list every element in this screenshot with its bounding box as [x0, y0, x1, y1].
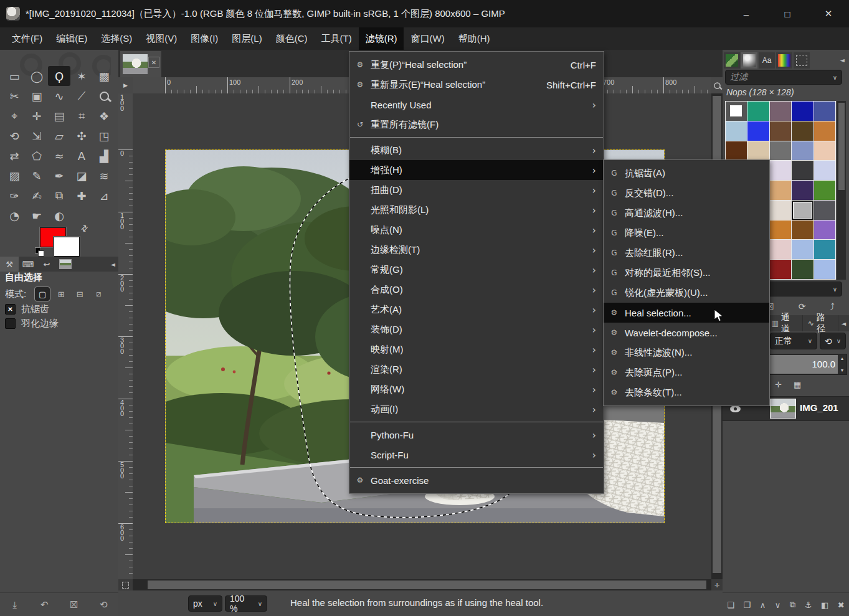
tool-perspective-clone-icon[interactable]: ⊿ [93, 186, 115, 206]
tool-handle-transform-icon[interactable]: ✣ [70, 126, 93, 146]
tool-gradient-icon[interactable]: ▨ [3, 166, 26, 186]
delete-layer-button[interactable]: ✖ [838, 600, 845, 610]
tool-align-icon[interactable]: ▤ [48, 106, 70, 126]
pattern-filter-input[interactable]: 过滤 ∨ [725, 70, 842, 85]
save-tool-preset-button[interactable]: ⤓ [7, 599, 23, 610]
pattern-swatch[interactable] [814, 102, 835, 121]
undo-history-tab[interactable]: ↩ [37, 257, 56, 272]
restore-tool-preset-button[interactable]: ↶ [36, 599, 52, 610]
tool-rotate-icon[interactable]: ⟲ [3, 126, 26, 146]
lock-position-icon[interactable]: ✛ [775, 380, 782, 389]
menu-item[interactable]: G去除红眼(R)... [604, 243, 769, 263]
tool-options-tab[interactable]: ⚒ [0, 257, 19, 272]
pattern-swatch[interactable] [814, 260, 835, 279]
tool-free-select-icon[interactable]: Ϙ [48, 66, 70, 86]
lock-alpha-icon[interactable]: ▦ [794, 380, 801, 389]
new-layer-group-button[interactable]: ❐ [744, 600, 751, 610]
tool-measure-icon[interactable]: ⌖ [3, 106, 26, 126]
menubar-item[interactable]: 选择(S) [94, 27, 139, 50]
layer-mask-button[interactable]: ◧ [821, 600, 828, 610]
pattern-swatch[interactable] [792, 141, 813, 161]
mode-replace[interactable]: ▢ [35, 287, 50, 301]
pattern-swatch[interactable] [770, 121, 791, 141]
pattern-swatch[interactable] [726, 121, 747, 141]
pattern-swatch[interactable] [726, 102, 747, 121]
zoom-follow-window-button[interactable] [711, 77, 723, 93]
tool-pencil-icon[interactable]: ✎ [26, 166, 48, 186]
menu-item[interactable]: ⚙非线性滤波(N)... [604, 343, 769, 362]
eye-icon[interactable] [730, 405, 741, 412]
menu-item[interactable]: G反交错(D)... [604, 183, 769, 203]
refresh-patterns-button[interactable]: ⟳ [799, 301, 806, 311]
menu-item[interactable]: G抗锯齿(A) [604, 163, 769, 183]
pattern-swatch[interactable] [792, 102, 813, 121]
collapse-button[interactable]: ◄ [838, 315, 849, 331]
background-color-swatch[interactable] [54, 237, 80, 257]
tool-heal-icon[interactable]: ✚ [70, 186, 93, 206]
menu-item[interactable]: G对称的最近相邻(S)... [604, 263, 769, 283]
tool-warp-transform-icon[interactable]: ≈ [48, 146, 70, 166]
close-button[interactable]: ✕ [808, 0, 849, 27]
pattern-swatch[interactable] [814, 201, 835, 220]
zoom-select[interactable]: 100 % ∨ [225, 595, 267, 612]
channels-tab[interactable]: ▥通道 [767, 315, 803, 331]
menu-item[interactable]: 光照和阴影(L)› [349, 200, 604, 220]
tool-paths-icon[interactable]: ∿ [48, 86, 70, 106]
pattern-swatch[interactable] [770, 240, 791, 259]
pattern-swatch[interactable] [770, 141, 791, 161]
menu-item[interactable]: ⚙重复(P)“Heal selection”Ctrl+F [349, 55, 604, 75]
mode-space-select[interactable]: ⟲ ∨ [820, 333, 846, 349]
lower-layer-button[interactable]: ∨ [775, 600, 781, 610]
tool-scale-icon[interactable]: ⇲ [26, 126, 48, 146]
pattern-swatch[interactable] [792, 201, 813, 220]
menu-item[interactable]: ⚙Heal selection... [604, 303, 769, 323]
menu-item[interactable]: 噪点(N)› [349, 220, 604, 240]
menu-item[interactable]: ↺重置所有滤镜(F) [349, 115, 604, 135]
tool-option-feather-edges[interactable]: 羽化边缘 [5, 317, 59, 329]
patterns-tab[interactable] [741, 52, 757, 69]
tool-rectangle-select-icon[interactable]: ▭ [3, 66, 26, 86]
pattern-swatch[interactable] [770, 161, 791, 180]
checkbox[interactable] [5, 318, 16, 329]
image-tab[interactable]: ✕ [120, 51, 161, 77]
menubar-item[interactable]: 视图(V) [139, 27, 184, 50]
pattern-swatch[interactable] [814, 141, 835, 161]
menu-item[interactable]: 增强(H)› [349, 160, 604, 180]
mode-add[interactable]: ⊞ [54, 287, 69, 301]
pattern-swatch[interactable] [792, 260, 813, 279]
menu-item[interactable]: G高通滤波(H)... [604, 203, 769, 223]
pattern-swatch[interactable] [814, 181, 835, 200]
menubar-item[interactable]: 图层(L) [225, 27, 268, 50]
menu-item[interactable]: 边缘检测(T)› [349, 240, 604, 260]
minimize-button[interactable]: – [726, 0, 767, 27]
pattern-swatch[interactable] [792, 181, 813, 200]
brushes-tab[interactable] [724, 52, 740, 69]
pattern-swatch[interactable] [770, 201, 791, 220]
tool-dodge-burn-icon[interactable]: ◐ [48, 206, 70, 225]
menu-item[interactable]: ⚙Goat-exercise [349, 470, 604, 490]
mode-subtract[interactable]: ⊟ [72, 287, 87, 301]
menu-item[interactable]: 艺术(A)› [349, 300, 604, 320]
anchor-layer-button[interactable]: ⚓ [805, 600, 812, 610]
tool-ink-icon[interactable]: ✑ [3, 186, 26, 206]
pattern-swatch[interactable] [747, 141, 769, 161]
menu-item[interactable]: 装饰(D)› [349, 320, 604, 339]
menu-item[interactable]: G锐化(虚光蒙板)(U)... [604, 283, 769, 303]
tool-perspective-icon[interactable]: ◳ [93, 126, 115, 146]
menubar-item[interactable]: 帮助(H) [452, 27, 497, 50]
opacity-spinner[interactable]: ▲▼ [838, 355, 846, 374]
collapse-button[interactable]: ◄ [837, 57, 848, 64]
tool-mypaint-brush-icon[interactable]: ✍ [26, 186, 48, 206]
gradients-tab[interactable] [776, 52, 792, 69]
pattern-swatch[interactable] [792, 220, 813, 240]
pattern-swatch[interactable] [814, 121, 835, 141]
layer-thumbnail[interactable] [770, 399, 796, 419]
menu-item[interactable]: ⚙去除斑点(P)... [604, 362, 769, 382]
menubar-item[interactable]: 图像(I) [184, 27, 225, 50]
menu-item[interactable]: 合成(O)› [349, 280, 604, 300]
close-tab-icon[interactable]: ✕ [148, 57, 159, 68]
menu-item[interactable]: 扭曲(D)› [349, 180, 604, 200]
menubar-item[interactable]: 滤镜(R) [359, 27, 404, 50]
pattern-swatch[interactable] [747, 121, 769, 141]
unit-select[interactable]: px ∨ [188, 595, 222, 612]
